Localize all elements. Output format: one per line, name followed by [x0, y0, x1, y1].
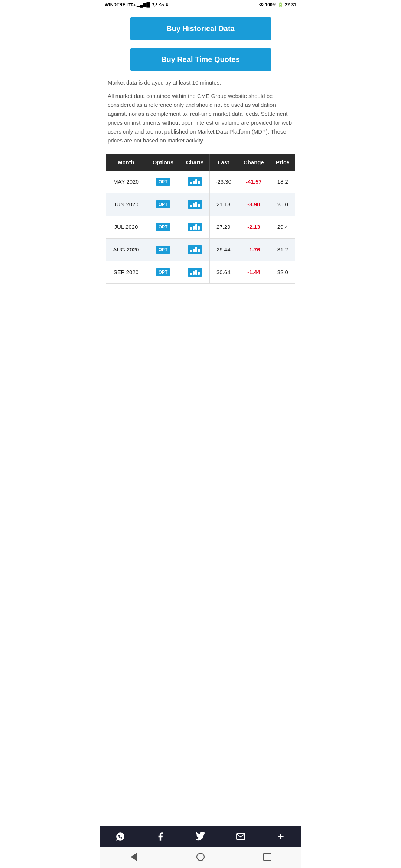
cell-month: MAY 2020 — [106, 171, 146, 193]
opt-badge[interactable]: OPT — [156, 246, 171, 254]
download-icon: ⬇ — [165, 3, 169, 7]
chart-icon[interactable] — [188, 177, 202, 186]
cell-price: 29.4 — [270, 216, 295, 238]
cell-month: SEP 2020 — [106, 261, 146, 283]
cell-charts[interactable] — [180, 238, 210, 261]
opt-badge[interactable]: OPT — [156, 178, 171, 186]
cell-charts[interactable] — [180, 216, 210, 238]
battery-icon: 🔋 — [278, 2, 283, 7]
table-header-row: Month Options Charts Last Change Price — [106, 154, 295, 171]
email-button[interactable] — [232, 830, 249, 843]
market-data-table: Month Options Charts Last Change Price M… — [106, 154, 295, 284]
cell-change: -41.57 — [237, 171, 270, 193]
cell-month: JUL 2020 — [106, 216, 146, 238]
cell-price: 31.2 — [270, 238, 295, 261]
cell-price: 25.0 — [270, 193, 295, 216]
cell-options[interactable]: OPT — [146, 193, 180, 216]
chart-icon[interactable] — [188, 200, 202, 209]
cell-last: 29.44 — [210, 238, 237, 261]
signal-bars: ▂▄▆█ — [137, 2, 150, 7]
cell-last: 27.29 — [210, 216, 237, 238]
more-button[interactable] — [272, 830, 289, 843]
col-options: Options — [146, 154, 180, 171]
table-row: MAY 2020OPT -23.30-41.5718.2 — [106, 171, 295, 193]
carrier-label: WINDTRE — [105, 2, 125, 7]
cell-last: 30.64 — [210, 261, 237, 283]
col-last: Last — [210, 154, 237, 171]
chart-icon[interactable] — [188, 268, 202, 277]
buy-real-time-quotes-button[interactable]: Buy Real Time Quotes — [130, 48, 271, 71]
buy-historical-data-button[interactable]: Buy Historical Data — [130, 17, 271, 40]
cell-options[interactable]: OPT — [146, 216, 180, 238]
cell-options[interactable]: OPT — [146, 171, 180, 193]
data-table-wrapper: Month Options Charts Last Change Price M… — [106, 154, 295, 284]
chart-icon[interactable] — [188, 223, 202, 231]
status-bar: WINDTRE LTE+ ▂▄▆█ 7,3 K/s ⬇ 👁 100% 🔋 22:… — [100, 0, 301, 10]
col-charts: Charts — [180, 154, 210, 171]
table-row: AUG 2020OPT 29.44-1.7631.2 — [106, 238, 295, 261]
opt-badge[interactable]: OPT — [156, 200, 171, 208]
cell-last: -23.30 — [210, 171, 237, 193]
disclaimer-short: Market data is delayed by at least 10 mi… — [106, 79, 295, 87]
status-left: WINDTRE LTE+ ▂▄▆█ 7,3 K/s ⬇ — [105, 2, 169, 7]
eye-icon: 👁 — [259, 2, 264, 7]
opt-badge[interactable]: OPT — [156, 223, 171, 231]
cell-charts[interactable] — [180, 261, 210, 283]
cell-month: AUG 2020 — [106, 238, 146, 261]
table-row: JUL 2020OPT 27.29-2.1329.4 — [106, 216, 295, 238]
facebook-button[interactable] — [152, 830, 169, 843]
time-label: 22:31 — [285, 2, 296, 7]
cell-change: -2.13 — [237, 216, 270, 238]
recents-button[interactable] — [261, 851, 273, 863]
opt-badge[interactable]: OPT — [156, 268, 171, 276]
home-button[interactable] — [195, 851, 206, 863]
cell-change: -1.76 — [237, 238, 270, 261]
speed-label: 7,3 K/s — [152, 3, 164, 7]
cell-change: -3.90 — [237, 193, 270, 216]
cell-options[interactable]: OPT — [146, 238, 180, 261]
cell-options[interactable]: OPT — [146, 261, 180, 283]
disclaimer-long: All market data contained within the CME… — [106, 92, 295, 145]
cell-month: JUN 2020 — [106, 193, 146, 216]
cell-price: 18.2 — [270, 171, 295, 193]
battery-label: 100% — [265, 2, 277, 7]
chart-icon[interactable] — [188, 245, 202, 254]
cell-charts[interactable] — [180, 171, 210, 193]
system-nav-bar — [100, 847, 301, 868]
signal-label: LTE+ — [127, 3, 136, 7]
whatsapp-button[interactable] — [112, 830, 129, 843]
col-month: Month — [106, 154, 146, 171]
back-button[interactable] — [128, 851, 140, 863]
cell-price: 32.0 — [270, 261, 295, 283]
status-right: 👁 100% 🔋 22:31 — [259, 2, 296, 7]
col-change: Change — [237, 154, 270, 171]
cell-change: -1.44 — [237, 261, 270, 283]
col-price: Price — [270, 154, 295, 171]
table-row: JUN 2020OPT 21.13-3.9025.0 — [106, 193, 295, 216]
twitter-button[interactable] — [192, 830, 209, 843]
bottom-nav — [100, 826, 301, 847]
cell-last: 21.13 — [210, 193, 237, 216]
table-row: SEP 2020OPT 30.64-1.4432.0 — [106, 261, 295, 283]
main-content: Buy Historical Data Buy Real Time Quotes… — [100, 10, 301, 826]
cell-charts[interactable] — [180, 193, 210, 216]
